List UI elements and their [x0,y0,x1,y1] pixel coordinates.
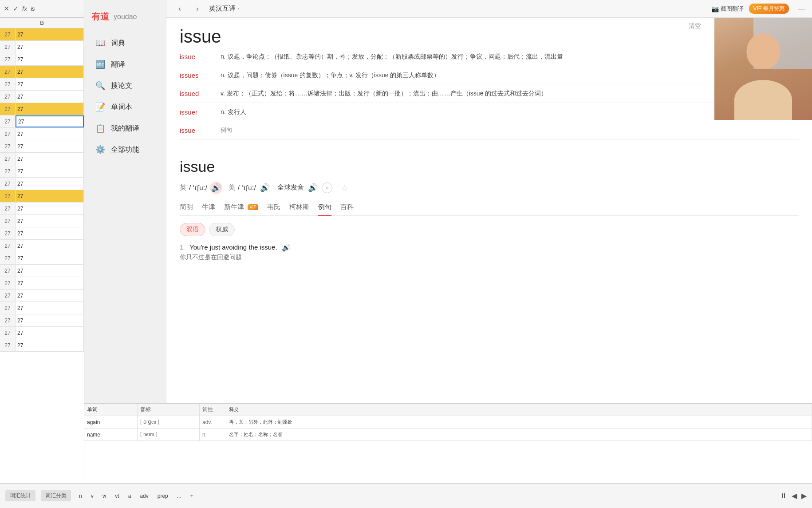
sidebar-label-fanyi: 翻译 [111,60,125,69]
table-row: 2727 [0,240,84,252]
sidebar-item-danci[interactable]: 📝 单词本 [88,97,162,117]
table-row: 2727 [0,252,84,265]
entry-issuer: issuer n. 发行人 [180,107,799,122]
logo-area: 有道 youdao [84,7,166,32]
wordbook-icon: 📝 [95,102,106,112]
entry-def-issues: n. 议题，问题；债券（issue 的复数）；争点；v. 发行（issue 的第… [221,71,799,80]
table-row: 2727 [0,41,84,53]
en-speaker-button[interactable]: 🔊 [210,182,222,194]
tab-jianming[interactable]: 简明 [180,203,193,215]
logo-you: 有道 [91,11,109,23]
stats-tab[interactable]: 词汇统计 [5,490,35,501]
close-icon[interactable]: ✕ [4,4,9,13]
top-right-controls: 📷 截图翻译 VIP 每月特惠 — [711,4,805,14]
sidebar-item-fanyi[interactable]: 🔤 翻译 [88,55,162,74]
entry-def-issue: n. 议题，争论点；（报纸、杂志等的）期，号；发放，分配；（新股票或邮票等的）发… [221,52,799,61]
table-row: 2727 [0,128,84,140]
pos-a[interactable]: a [126,492,134,500]
dict-tabs: 简明 牛津 新牛津 VIP 韦氏 柯林斯 例句 百科 [180,203,799,216]
classify-tab[interactable]: 词汇分类 [41,490,71,501]
table-row: 2727 [0,190,84,202]
table-row: 2727 [0,165,84,178]
search-title: 英汉互译 · [209,4,706,13]
entry-def-issuer: n. 发行人 [221,107,799,117]
en-label: 英 [180,183,186,192]
favorite-button[interactable]: ☆ [339,182,351,194]
pos-parts: n v vi vt a adv prep ... + [76,492,196,500]
pos-prep[interactable]: prep [155,492,171,500]
table-row: 2727 [0,53,84,66]
sidebar-label-soulunwen: 搜论文 [111,81,132,91]
check-icon[interactable]: ✓ [13,4,19,13]
table-row: 2727 [0,66,84,78]
filter-bilingual[interactable]: 双语 [180,223,205,236]
bottom-bar: 词汇统计 词汇分类 n v vi vt a adv prep ... + ⏸ ◀… [0,483,812,508]
us-label: 美 [229,183,235,192]
entry-word-issued: issued [180,89,215,99]
translate-icon: 🔤 [95,59,106,70]
pos-adv[interactable]: adv [137,492,151,500]
sidebar-item-soulunwen[interactable]: 🔍 搜论文 [88,76,162,95]
spreadsheet-toolbar: ✕ ✓ fx is [0,0,84,18]
filter-authority[interactable]: 权威 [209,223,235,236]
screenshot-label: 截图翻译 [721,5,744,13]
word-name: name [84,429,138,441]
pos-n[interactable]: n [76,492,85,500]
global-pronunciation: 全球发音 🔊 › [277,182,332,194]
col-b-header: B [0,18,84,28]
next-button[interactable]: ▶ [801,492,807,500]
forward-button[interactable]: › [191,3,204,15]
pause-button[interactable]: ⏸ [780,492,787,500]
user-avatar [714,18,812,120]
tab-niujin[interactable]: 牛津 [202,203,215,215]
phonetic-again: [ əˈɡen ] [138,416,200,428]
table-row: 2727 [0,314,84,327]
entry-issues: issues n. 议题，问题；债券（issue 的复数）；争点；v. 发行（i… [180,71,799,85]
person-body [734,80,792,120]
sb-row-name: name [ neɪm ] n. 名字；姓名；名称；名誉 [84,429,812,441]
pron-arrow-button[interactable]: › [322,183,332,193]
vip-badge: VIP [248,204,258,210]
clear-button[interactable]: 清空 [689,22,701,30]
pos-vi[interactable]: vi [100,492,109,500]
issue-dict-title: issue [180,158,799,175]
us-phonetic: / ˈɪʃuː/ [238,184,256,192]
prev-button[interactable]: ◀ [792,492,797,500]
screenshot-button[interactable]: 📷 截图翻译 [711,5,744,13]
table-row: 2727 [0,290,84,302]
sidebar-label-cidian: 词典 [111,39,125,48]
word-main-title: issue [180,27,799,47]
tab-kelins[interactable]: 柯林斯 [289,203,309,215]
pos-vt[interactable]: vt [112,492,122,500]
tab-lijv[interactable]: 例句 [318,203,331,215]
table-row: 2727 [0,202,84,215]
vip-button[interactable]: VIP 每月特惠 [749,4,789,14]
us-speaker-button[interactable]: 🔊 [259,182,271,194]
entry-issue-example: issue 例句 [180,126,799,140]
sentence-speaker-1[interactable]: 🔊 [282,243,291,252]
tab-baike[interactable]: 百科 [340,203,354,215]
spreadsheet-sidebar: ✕ ✓ fx is B 2727 2727 2727 2727 2727 272… [0,0,84,508]
table-row: 2727 [0,178,84,190]
tab-weishi[interactable]: 韦氏 [267,203,280,215]
avatar-background [714,18,812,120]
sidebar-item-all[interactable]: ⚙️ 全部功能 [88,140,162,159]
sb-row-again: again [ əˈɡen ] adv. 再，又；另外，此外；到原处 [84,416,812,429]
sidebar-item-myfanyi[interactable]: 📋 我的翻译 [88,119,162,138]
minimize-button[interactable]: — [798,5,805,13]
table-row: 2727 [0,103,84,115]
tab-xinniujin[interactable]: 新牛津 VIP [224,203,258,215]
section-divider [180,149,799,149]
pos-add[interactable]: + [188,492,196,500]
back-button[interactable]: ‹ [173,3,186,15]
sidebar-item-cidian[interactable]: 📖 词典 [88,33,162,53]
top-bar: ‹ › 英汉互译 · 📷 截图翻译 VIP 每月特惠 — [166,0,812,18]
table-row: 2727 [0,78,84,91]
def-again: 再，又；另外，此外；到原处 [226,416,812,428]
pos-more[interactable]: ... [174,492,184,500]
filter-row: 双语 权威 [180,223,799,236]
pos-v[interactable]: v [88,492,96,500]
global-speaker-button[interactable]: 🔊 [307,182,319,194]
entry-example-link[interactable]: 例句 [221,126,232,135]
spreadsheet-rows: 2727 2727 2727 2727 2727 2727 2727 2727 … [0,28,84,352]
